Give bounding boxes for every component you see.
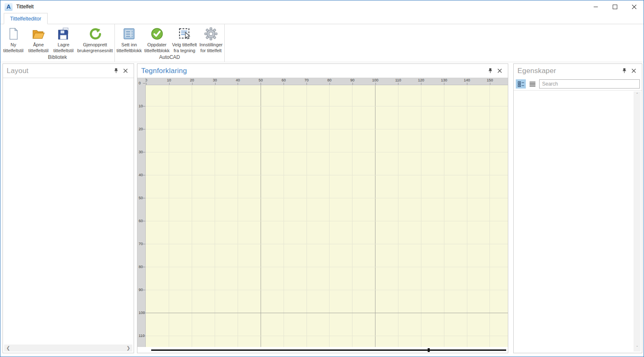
tab-strip: Tittelfelteditor <box>0 13 644 24</box>
button-label: Ny <box>10 42 16 48</box>
ruler-tick-label: 50 <box>139 196 143 200</box>
alphabetical-view-toggle[interactable] <box>527 79 538 89</box>
pin-icon[interactable] <box>112 67 121 75</box>
ruler-tick-label: 0 <box>146 78 147 82</box>
ruler-tick <box>444 83 444 85</box>
ruler-tick-label: 0 <box>139 81 141 85</box>
ruler-tick-label: 90 <box>139 288 143 292</box>
minimize-button[interactable] <box>586 0 605 13</box>
ruler-tick <box>192 83 193 85</box>
ruler-tick <box>143 313 145 313</box>
layout-canvas-area[interactable]: ❮ ❯ <box>3 78 134 353</box>
gridline <box>146 290 508 290</box>
titleblock-settings-button[interactable]: Innstillinger for tittelfelt <box>198 24 224 54</box>
ruler-tick-label: 110 <box>395 78 401 82</box>
gridline <box>146 198 508 198</box>
refresh-icon <box>89 26 102 42</box>
close-icon[interactable] <box>495 67 504 75</box>
button-label: tittelfeltstil <box>53 48 74 53</box>
maximize-button[interactable] <box>605 0 624 13</box>
layout-panel-header: Layout <box>3 64 134 78</box>
vertical-scrollbar[interactable]: ˆ ˇ <box>634 91 641 352</box>
editor-panel-title: Tegnforklaring <box>141 67 187 75</box>
pin-icon[interactable] <box>486 67 495 75</box>
ruler-tick <box>490 83 490 85</box>
ribbon-group-label: AutoCAD <box>115 54 224 62</box>
gridline <box>421 85 421 347</box>
update-titleblock-button[interactable]: Oppdater tittelfeltblokk <box>143 24 171 54</box>
properties-panel: Egenskaper <box>513 63 642 353</box>
button-label: Oppdater <box>147 42 167 48</box>
update-check-icon <box>150 26 164 42</box>
window-title: Tittelfelt <box>16 4 34 10</box>
gridline <box>375 85 375 347</box>
categorized-view-toggle[interactable] <box>516 79 526 89</box>
drawing-canvas[interactable] <box>146 85 508 347</box>
horizontal-scrollbar[interactable]: ❮ ❯ <box>4 344 132 352</box>
button-label: tittelfeltblokk <box>117 48 142 53</box>
pick-titleblock-button[interactable]: Velg tittelfelt fra tegning <box>171 24 198 54</box>
button-label: Gjenopprett <box>83 42 107 48</box>
ruler-tick <box>238 83 238 85</box>
ruler-tick-label: 20 <box>139 127 143 131</box>
ruler-tick-label: 70 <box>304 78 309 82</box>
insert-titleblock-button[interactable]: Sett inn tittelfeltblokk <box>115 24 143 54</box>
vertical-ruler: 0102030405060708090100110 <box>137 85 146 347</box>
slider-thumb[interactable] <box>428 348 430 352</box>
restore-ui-button[interactable]: Gjenopprett brukergrensesnitt <box>76 24 114 54</box>
slider-track[interactable] <box>151 349 506 351</box>
gridline <box>146 106 508 106</box>
gridline <box>146 267 508 267</box>
save-titleblock-style-button[interactable]: Lagre tittelfeltstil <box>51 24 76 54</box>
gridline <box>215 85 215 347</box>
layout-panel: Layout ❮ ❯ <box>3 63 134 353</box>
button-label: Åpne <box>33 42 44 48</box>
gridline <box>284 85 284 347</box>
gridline <box>489 85 490 347</box>
ruler-tick-label: 60 <box>281 78 286 82</box>
ruler-tick-label: 100 <box>372 78 378 82</box>
ruler-tick-label: 50 <box>259 78 263 82</box>
button-label: tittelfeltblokk <box>145 48 170 53</box>
ruler-tick <box>467 83 467 85</box>
horizontal-ruler: 0102030405060708090100110120130140150 <box>146 78 508 85</box>
main-area: Layout ❮ ❯ Tegnforklaring <box>0 62 644 356</box>
ruler-tick <box>143 106 145 106</box>
layout-panel-title: Layout <box>7 67 28 75</box>
ruler-tick-label: 60 <box>139 219 143 223</box>
ruler-tick <box>146 83 147 85</box>
scroll-right-icon[interactable]: ❯ <box>127 346 130 350</box>
close-button[interactable] <box>624 0 644 13</box>
button-label: fra tegning <box>174 48 195 53</box>
properties-panel-title: Egenskaper <box>517 67 556 75</box>
gridline <box>444 85 444 347</box>
gridline <box>238 85 238 347</box>
canvas-bottom-slider[interactable] <box>137 347 508 353</box>
ruler-tick-label: 80 <box>139 265 143 269</box>
open-titleblock-style-button[interactable]: Åpne tittelfeltstil <box>26 24 51 54</box>
gridline <box>261 85 261 347</box>
scroll-left-icon[interactable]: ❮ <box>6 346 10 350</box>
ruler-tick-label: 130 <box>441 78 447 82</box>
button-label: tittelfeltstil <box>28 48 48 53</box>
ruler-tick <box>284 83 284 85</box>
app-logo-icon: A <box>5 3 13 11</box>
ruler-tick <box>143 267 145 267</box>
ruler-tick <box>421 83 421 85</box>
close-icon[interactable] <box>629 67 638 75</box>
ribbon-group-autocad: Sett inn tittelfeltblokk Oppdater tittel… <box>115 24 225 62</box>
scroll-down-icon[interactable]: ˇ <box>636 346 638 350</box>
ruler-tick <box>375 83 376 85</box>
tab-tittelfelteditor[interactable]: Tittelfelteditor <box>4 13 48 24</box>
ruler-tick-label: 40 <box>236 78 240 82</box>
properties-list-area: ˆ ˇ <box>514 90 642 353</box>
pin-icon[interactable] <box>620 67 629 75</box>
scroll-up-icon[interactable]: ˆ <box>636 93 638 97</box>
ruler-tick <box>143 221 145 221</box>
search-input[interactable] <box>539 79 640 89</box>
ruler-tick <box>169 83 170 85</box>
button-label: tittelfeltstil <box>3 48 23 53</box>
new-titleblock-style-button[interactable]: Ny tittelfeltstil <box>1 24 26 54</box>
save-icon <box>57 26 70 42</box>
close-icon[interactable] <box>121 67 130 75</box>
